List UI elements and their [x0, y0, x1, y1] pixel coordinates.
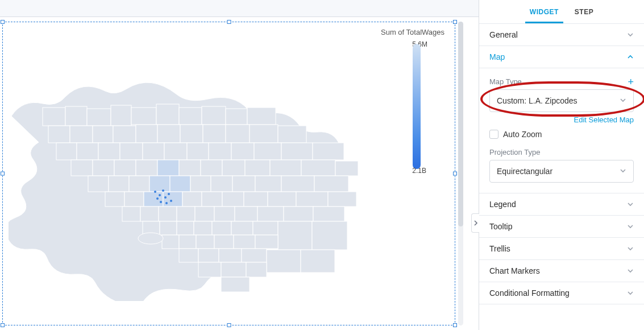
resize-handle[interactable]	[227, 20, 231, 24]
section-title: General	[489, 30, 518, 39]
choropleth-map[interactable]	[9, 62, 372, 301]
svg-rect-1	[65, 106, 87, 126]
section-map[interactable]: Map	[479, 46, 644, 68]
svg-rect-81	[212, 221, 231, 235]
projection-type-label: Projection Type	[489, 148, 634, 156]
section-title: Legend	[489, 200, 516, 209]
svg-rect-49	[170, 176, 190, 192]
svg-rect-11	[70, 126, 93, 143]
chevron-down-icon	[627, 31, 634, 38]
svg-point-111	[170, 200, 172, 202]
svg-rect-91	[255, 235, 278, 249]
resize-handle[interactable]	[453, 20, 457, 24]
svg-rect-95	[242, 249, 267, 262]
svg-rect-64	[268, 192, 296, 207]
svg-rect-73	[235, 207, 257, 221]
svg-rect-55	[314, 176, 348, 192]
svg-rect-69	[159, 207, 177, 221]
edit-selected-map-link[interactable]: Edit Selected Map	[489, 116, 634, 124]
svg-rect-41	[245, 160, 270, 176]
svg-rect-29	[231, 143, 254, 160]
chevron-down-icon	[620, 167, 626, 176]
svg-rect-32	[313, 143, 344, 160]
toolbar-strip	[0, 0, 479, 17]
svg-rect-14	[136, 125, 157, 143]
svg-rect-34	[93, 160, 114, 176]
svg-rect-68	[140, 207, 159, 221]
resize-handle[interactable]	[1, 323, 5, 327]
svg-rect-65	[296, 192, 328, 207]
svg-rect-84	[278, 221, 312, 250]
svg-rect-8	[226, 109, 247, 125]
svg-rect-60	[182, 192, 202, 207]
svg-rect-17	[203, 125, 226, 143]
tab-widget[interactable]: WIDGET	[529, 1, 560, 23]
resize-handle[interactable]	[1, 20, 5, 24]
resize-handle[interactable]	[453, 172, 457, 176]
section-chart-markers[interactable]: Chart Markers	[479, 260, 644, 282]
svg-point-107	[164, 196, 167, 199]
svg-rect-51	[211, 176, 232, 192]
chevron-down-icon	[627, 201, 634, 208]
resize-handle[interactable]	[227, 323, 231, 327]
svg-rect-43	[301, 160, 335, 176]
svg-point-108	[168, 193, 170, 195]
svg-rect-15	[157, 125, 180, 143]
svg-rect-5	[156, 104, 179, 125]
svg-rect-72	[214, 207, 235, 221]
section-conditional-formatting[interactable]: Conditional Formatting	[479, 282, 644, 304]
svg-rect-10	[48, 126, 70, 143]
panel-collapse-handle[interactable]	[471, 213, 479, 233]
widget-selection-frame[interactable]: Sum of TotalWages 5.6M 2.1B	[2, 22, 455, 325]
svg-rect-75	[284, 207, 313, 221]
svg-rect-100	[246, 262, 267, 277]
svg-rect-42	[270, 160, 301, 176]
add-map-type-button[interactable]: +	[628, 78, 634, 86]
svg-rect-35	[114, 160, 136, 176]
svg-rect-48	[149, 176, 170, 192]
svg-rect-54	[281, 176, 314, 192]
section-title: Map	[489, 52, 505, 61]
svg-rect-39	[201, 160, 222, 176]
svg-rect-27	[187, 143, 209, 160]
svg-rect-4	[131, 108, 156, 125]
svg-rect-26	[164, 143, 187, 160]
section-legend[interactable]: Legend	[479, 193, 644, 216]
projection-type-value: Equirectangular	[497, 167, 552, 176]
section-title: Conditional Formatting	[489, 288, 570, 298]
section-general[interactable]: General	[479, 24, 644, 46]
chevron-down-icon	[627, 223, 634, 230]
svg-rect-12	[93, 126, 113, 143]
resize-handle[interactable]	[1, 172, 5, 176]
svg-point-102	[138, 233, 163, 244]
vertical-scrollbar[interactable]	[458, 22, 463, 325]
tab-step[interactable]: STEP	[574, 1, 595, 23]
svg-rect-85	[312, 221, 347, 250]
projection-type-select[interactable]: Equirectangular	[489, 160, 634, 183]
scrollbar-thumb[interactable]	[458, 22, 463, 226]
svg-rect-37	[157, 160, 179, 176]
legend-min-label: 2.1B	[412, 167, 426, 175]
svg-rect-13	[113, 126, 136, 143]
svg-rect-87	[179, 235, 196, 249]
section-trellis[interactable]: Trellis	[479, 238, 644, 260]
auto-zoom-checkbox[interactable]	[489, 130, 498, 139]
properties-panel: WIDGET STEP General Map Map Type + Custo…	[479, 0, 644, 330]
svg-rect-36	[136, 160, 157, 176]
map-type-select[interactable]: Custom: L.A. Zipcodes	[489, 89, 634, 112]
svg-rect-57	[124, 192, 144, 207]
auto-zoom-row[interactable]: Auto Zoom	[489, 130, 634, 139]
resize-handle[interactable]	[453, 323, 457, 327]
svg-rect-6	[179, 108, 202, 125]
section-tooltip[interactable]: Tooltip	[479, 216, 644, 238]
svg-rect-44	[335, 161, 358, 176]
svg-rect-52	[232, 176, 255, 192]
svg-rect-93	[198, 249, 219, 262]
section-title: Chart Markers	[489, 266, 540, 275]
svg-rect-96	[267, 250, 301, 273]
svg-rect-21	[56, 143, 77, 160]
svg-rect-18	[226, 125, 250, 143]
svg-point-104	[159, 194, 161, 196]
chevron-down-icon	[627, 267, 634, 274]
svg-rect-94	[219, 249, 242, 262]
